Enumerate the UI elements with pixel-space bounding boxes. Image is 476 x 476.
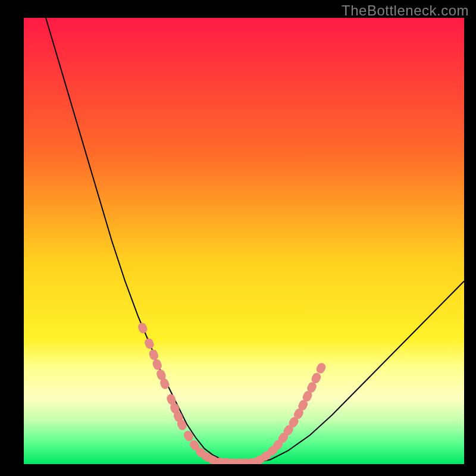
gradient-background bbox=[24, 18, 464, 464]
chart-frame: TheBottleneck.com bbox=[0, 0, 476, 476]
bottleneck-chart bbox=[0, 0, 476, 476]
